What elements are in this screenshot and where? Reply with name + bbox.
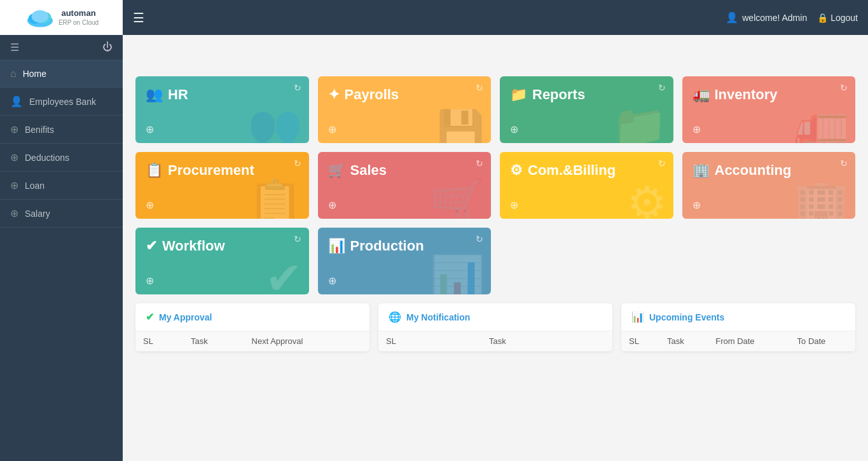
production-icon: 📊 xyxy=(328,238,345,254)
events-col-to: To Date xyxy=(790,331,855,352)
panel-events-header: 📊 Upcoming Events xyxy=(621,303,855,331)
refresh-icon-reports[interactable]: ↻ xyxy=(658,83,666,93)
employees-icon: 👤 xyxy=(10,95,23,107)
bg-icon-procurement: 📋 xyxy=(247,181,303,219)
benefits-icon: ⊕ xyxy=(10,123,18,135)
bg-icon-accounting: 🏢 xyxy=(794,181,849,219)
bg-icon-inventory: 🚛 xyxy=(794,105,849,143)
topbar-logout[interactable]: 🔒 Logout xyxy=(817,13,858,23)
bg-icon-reports: 📁 xyxy=(612,105,667,143)
approval-title: My Approval xyxy=(159,312,212,322)
sidebar-item-salary[interactable]: ⊕ Salary xyxy=(0,200,123,228)
settings-icon-combilling[interactable]: ⊕ xyxy=(510,199,518,211)
module-card-inventory[interactable]: ↻ 🚛 Inventory ⊕ 🚛 xyxy=(682,76,856,143)
panel-notification: 🌐 My Notification SL Task xyxy=(378,303,612,352)
lock-icon: 🔒 xyxy=(817,13,828,23)
main-content: ↻ 👥 HR ⊕ 👥 ↻ ✦ Payrolls ⊕ 💾 ↻ xyxy=(123,35,868,461)
approval-check-icon: ✔ xyxy=(146,311,154,323)
module-card-workflow[interactable]: ↻ ✔ Workflow ⊕ ✔ xyxy=(135,228,309,294)
menu-toggle-icon[interactable]: ☰ xyxy=(10,41,19,53)
sidebar-item-employees-bank[interactable]: 👤 Employees Bank xyxy=(0,88,123,116)
refresh-icon-production[interactable]: ↻ xyxy=(476,234,483,244)
sidebar-item-home[interactable]: ⌂ Home xyxy=(0,60,123,88)
module-card-payrolls[interactable]: ↻ ✦ Payrolls ⊕ 💾 xyxy=(318,76,492,143)
inventory-icon: 🚛 xyxy=(692,86,710,103)
card-title-production: 📊 Production xyxy=(328,238,481,254)
combilling-icon: ⚙ xyxy=(510,162,523,179)
sidebar-item-loan[interactable]: ⊕ Loan xyxy=(0,172,123,200)
bg-icon-workflow: ✔ xyxy=(265,256,303,294)
bg-icon-sales: 🛒 xyxy=(429,181,485,219)
approval-col-sl: SL xyxy=(135,331,183,352)
module-card-procurement[interactable]: ↻ 📋 Procurement ⊕ 📋 xyxy=(135,152,309,219)
bg-icon-hr: 👥 xyxy=(247,105,303,143)
payrolls-icon: ✦ xyxy=(328,86,340,103)
notification-title: My Notification xyxy=(406,312,470,322)
home-icon: ⌂ xyxy=(10,68,17,79)
card-title-procurement: 📋 Procurement xyxy=(146,162,299,179)
procurement-icon: 📋 xyxy=(146,162,163,179)
refresh-icon-procurement[interactable]: ↻ xyxy=(294,158,301,169)
notification-globe-icon: 🌐 xyxy=(389,311,401,323)
refresh-icon-combilling[interactable]: ↻ xyxy=(658,158,666,169)
settings-icon-reports[interactable]: ⊕ xyxy=(510,123,518,135)
card-title-payrolls: ✦ Payrolls xyxy=(328,86,481,103)
module-card-accounting[interactable]: ↻ 🏢 Accounting ⊕ 🏢 xyxy=(682,152,856,219)
panel-notification-header: 🌐 My Notification xyxy=(378,303,612,331)
module-card-sales[interactable]: ↻ 🛒 Sales ⊕ 🛒 xyxy=(318,152,492,219)
sidebar-nav: ⌂ Home 👤 Employees Bank ⊕ Benifits ⊕ Ded… xyxy=(0,60,123,228)
approval-col-task: Task xyxy=(183,331,244,352)
svg-point-3 xyxy=(32,10,49,22)
module-card-combilling[interactable]: ↻ ⚙ Com.&Billing ⊕ ⚙ xyxy=(500,152,673,219)
settings-icon-workflow[interactable]: ⊕ xyxy=(146,275,154,287)
refresh-icon-sales[interactable]: ↻ xyxy=(476,158,483,169)
sidebar-item-deductions[interactable]: ⊕ Deductions xyxy=(0,144,123,172)
events-chart-icon: 📊 xyxy=(631,311,644,323)
refresh-icon-workflow[interactable]: ↻ xyxy=(294,234,301,244)
loan-icon: ⊕ xyxy=(10,179,18,191)
bg-icon-production: 📊 xyxy=(429,256,485,294)
settings-icon-accounting[interactable]: ⊕ xyxy=(692,199,701,211)
hr-icon: 👥 xyxy=(146,86,163,103)
notification-col-sl: SL xyxy=(378,331,481,352)
refresh-icon-payrolls[interactable]: ↻ xyxy=(476,83,483,93)
notification-table: SL Task xyxy=(378,331,612,352)
card-title-accounting: 🏢 Accounting xyxy=(692,162,846,179)
events-col-sl: SL xyxy=(621,331,659,352)
refresh-icon-inventory[interactable]: ↻ xyxy=(840,83,848,93)
settings-icon-production[interactable]: ⊕ xyxy=(328,275,336,287)
topbar-hamburger[interactable]: ☰ xyxy=(133,10,144,25)
card-title-sales: 🛒 Sales xyxy=(328,162,481,179)
settings-icon-procurement[interactable]: ⊕ xyxy=(146,199,154,211)
topbar-user: 👤 welcome! Admin xyxy=(726,11,807,24)
sidebar-item-benefits[interactable]: ⊕ Benifits xyxy=(0,116,123,144)
card-title-workflow: ✔ Workflow xyxy=(146,238,299,254)
app-name: automan ERP on Cloud xyxy=(59,8,99,27)
user-label: welcome! Admin xyxy=(742,13,807,23)
empty-cell-1 xyxy=(500,228,673,294)
settings-icon-inventory[interactable]: ⊕ xyxy=(692,123,701,135)
module-card-production[interactable]: ↻ 📊 Production ⊕ 📊 xyxy=(318,228,492,294)
accounting-icon: 🏢 xyxy=(692,162,710,179)
topbar-right: 👤 welcome! Admin 🔒 Logout xyxy=(726,11,858,24)
module-card-reports[interactable]: ↻ 📁 Reports ⊕ 📁 xyxy=(500,76,673,143)
power-icon[interactable]: ⏻ xyxy=(102,41,113,53)
sidebar: automan ERP on Cloud ☰ ⏻ ⌂ Home 👤 Employ… xyxy=(0,0,123,461)
bg-icon-combilling: ⚙ xyxy=(627,181,667,219)
events-title: Upcoming Events xyxy=(649,312,724,322)
topbar: ☰ 👤 welcome! Admin 🔒 Logout xyxy=(123,0,868,35)
panel-events: 📊 Upcoming Events SL Task From Date To D… xyxy=(621,303,855,352)
module-grid-row1: ↻ 👥 HR ⊕ 👥 ↻ ✦ Payrolls ⊕ 💾 ↻ xyxy=(135,76,855,143)
settings-icon-payrolls[interactable]: ⊕ xyxy=(328,123,336,135)
card-title-combilling: ⚙ Com.&Billing xyxy=(510,162,663,179)
settings-icon-sales[interactable]: ⊕ xyxy=(328,199,336,211)
refresh-icon-accounting[interactable]: ↻ xyxy=(840,158,848,169)
module-grid-row3: ↻ ✔ Workflow ⊕ ✔ ↻ 📊 Production ⊕ 📊 xyxy=(135,228,855,294)
settings-icon-hr[interactable]: ⊕ xyxy=(146,123,154,135)
reports-icon: 📁 xyxy=(510,86,527,103)
bg-icon-payrolls: 💾 xyxy=(437,111,485,143)
workflow-icon: ✔ xyxy=(146,238,157,254)
refresh-icon-hr[interactable]: ↻ xyxy=(294,83,301,93)
module-card-hr[interactable]: ↻ 👥 HR ⊕ 👥 xyxy=(135,76,309,143)
salary-icon: ⊕ xyxy=(10,207,18,219)
